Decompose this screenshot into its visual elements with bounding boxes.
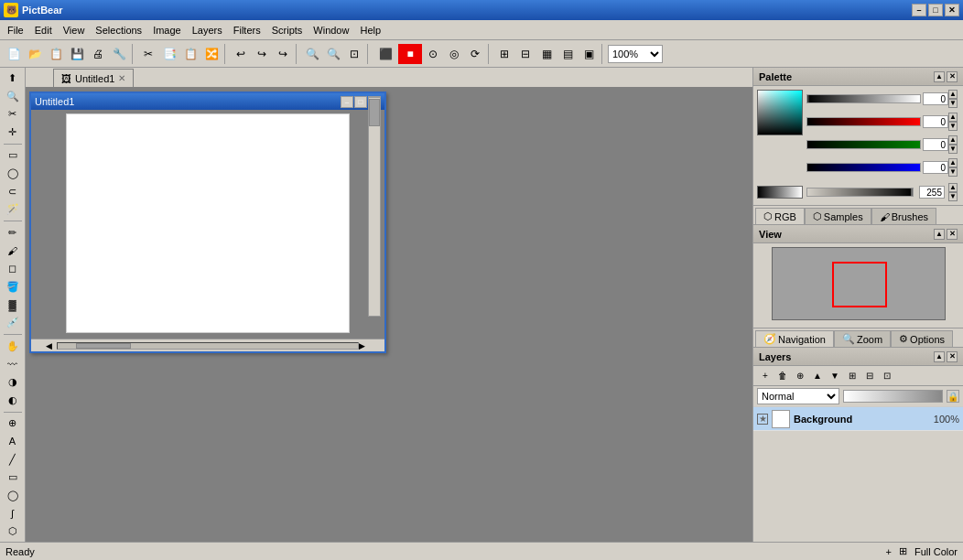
- green-up-arrow[interactable]: ▲: [948, 135, 958, 145]
- layer-item-background[interactable]: ★ Background 100%: [753, 407, 963, 431]
- tool-gradient[interactable]: ▓: [3, 296, 23, 314]
- color-spectrum-area[interactable]: [757, 90, 803, 135]
- minimize-button[interactable]: –: [912, 4, 926, 16]
- tool-lasso[interactable]: ⊂: [3, 183, 23, 200]
- blend-mode-select[interactable]: Normal Multiply Screen Overlay: [757, 388, 839, 404]
- save-button[interactable]: 💾: [67, 44, 87, 64]
- red-input[interactable]: [923, 115, 948, 128]
- undo-button[interactable]: ↩: [231, 44, 251, 64]
- opacity-slider-track[interactable]: [843, 390, 943, 403]
- doc-maximize-btn[interactable]: □: [354, 96, 367, 108]
- green-down-arrow[interactable]: ▼: [948, 145, 958, 154]
- palette-close-btn[interactable]: ✕: [947, 71, 958, 82]
- toolbar-btn25[interactable]: ▤: [557, 44, 578, 64]
- view-collapse-btn[interactable]: ▲: [934, 229, 945, 240]
- palette-tab-samples[interactable]: ⬡ Samples: [805, 208, 871, 224]
- palette-collapse-btn[interactable]: ▲: [934, 71, 945, 82]
- tool-line[interactable]: ╱: [3, 451, 23, 468]
- tool-clone[interactable]: ⊕: [3, 415, 23, 432]
- view-tab-options[interactable]: ⚙ Options: [891, 330, 953, 347]
- move-up-btn[interactable]: ▲: [809, 368, 826, 384]
- blue-input[interactable]: [923, 161, 948, 174]
- alpha-down-arrow[interactable]: ▼: [948, 192, 958, 201]
- menu-window[interactable]: Window: [308, 23, 354, 38]
- tool-zoom[interactable]: 🔍: [3, 88, 23, 105]
- alpha-up-arrow[interactable]: ▲: [948, 183, 958, 192]
- menu-selections[interactable]: Selections: [90, 23, 147, 38]
- value-up-arrow[interactable]: ▲: [948, 90, 958, 99]
- add-layer-btn[interactable]: +: [757, 368, 774, 384]
- delete-layer-btn[interactable]: 🗑: [774, 368, 791, 384]
- tool-dodge[interactable]: ◑: [3, 373, 23, 391]
- red-up-arrow[interactable]: ▲: [948, 113, 958, 122]
- doc-scrollbar-thumb-v[interactable]: [369, 99, 380, 126]
- cut-button[interactable]: ✂: [138, 44, 158, 64]
- tool-eraser[interactable]: ◻: [3, 260, 23, 277]
- title-bar-controls[interactable]: – □ ✕: [912, 4, 959, 16]
- zoom-in-button[interactable]: 🔍: [323, 44, 343, 64]
- layer-visibility-btn[interactable]: ★: [757, 414, 768, 425]
- layers-header-controls[interactable]: ▲ ✕: [934, 351, 958, 362]
- red-down-arrow[interactable]: ▼: [948, 122, 958, 131]
- maximize-button[interactable]: □: [928, 4, 943, 16]
- tool-crop[interactable]: ✂: [3, 105, 23, 123]
- red-slider-track[interactable]: [806, 117, 921, 126]
- tool-path[interactable]: ∫: [3, 505, 23, 522]
- tool-select-ellipse[interactable]: ◯: [3, 165, 23, 182]
- document-canvas[interactable]: [66, 113, 350, 333]
- paste-button[interactable]: 📋: [180, 44, 200, 64]
- tool-ellipse-shape[interactable]: ◯: [3, 487, 23, 504]
- toolbar-btn22[interactable]: ⊞: [494, 44, 514, 64]
- scroll-left-btn[interactable]: ◀: [46, 341, 57, 350]
- layers-close-btn[interactable]: ✕: [947, 351, 958, 362]
- tool-wand[interactable]: 🪄: [3, 201, 23, 219]
- tool-pencil[interactable]: ✏: [3, 224, 23, 242]
- menu-edit[interactable]: Edit: [29, 23, 58, 38]
- alpha-slider-track[interactable]: [806, 188, 914, 197]
- view-header-controls[interactable]: ▲ ✕: [934, 229, 958, 240]
- value-down-arrow[interactable]: ▼: [948, 99, 958, 108]
- close-button[interactable]: ✕: [945, 4, 959, 16]
- menu-image[interactable]: Image: [147, 23, 187, 38]
- doc-scrollbar-track-h[interactable]: [57, 342, 359, 350]
- doc-minimize-btn[interactable]: –: [341, 96, 353, 108]
- toolbar-btn19[interactable]: ⊙: [423, 44, 443, 64]
- green-arrows[interactable]: ▲ ▼: [948, 135, 959, 154]
- palette-header-controls[interactable]: ▲ ✕: [934, 71, 958, 82]
- tab-untitled1[interactable]: 🖼 Untitled1 ✕: [53, 69, 134, 87]
- zoom-fit-button[interactable]: ⊡: [344, 44, 364, 64]
- value-input[interactable]: [923, 92, 948, 105]
- menu-scripts[interactable]: Scripts: [266, 23, 308, 38]
- tool-smudge[interactable]: 〰: [3, 356, 23, 373]
- tool-hand[interactable]: ✋: [3, 338, 23, 355]
- redo-button[interactable]: ↪: [252, 44, 272, 64]
- view-tab-zoom[interactable]: 🔍 Zoom: [834, 330, 891, 347]
- print-button[interactable]: 🖨: [88, 44, 108, 64]
- duplicate-layer-btn[interactable]: ⊕: [792, 368, 808, 384]
- menu-layers[interactable]: Layers: [187, 23, 228, 38]
- green-slider-track[interactable]: [806, 140, 921, 149]
- tool-brush[interactable]: 🖌: [3, 242, 23, 260]
- tool-fill[interactable]: 🪣: [3, 278, 23, 296]
- toolbar-btn18[interactable]: ■: [398, 44, 422, 64]
- toolbar-btn21[interactable]: ⟳: [465, 44, 485, 64]
- view-tab-navigation[interactable]: 🧭 Navigation: [755, 330, 834, 347]
- tool-select-rect[interactable]: ▭: [3, 147, 23, 165]
- view-close-btn[interactable]: ✕: [947, 229, 958, 240]
- toolbar-btn6[interactable]: 🔧: [109, 44, 129, 64]
- zoom-select[interactable]: 100% 50% 200%: [608, 45, 663, 63]
- toolbar-btn23[interactable]: ⊟: [515, 44, 536, 64]
- tool-eyedropper[interactable]: 💉: [3, 314, 23, 331]
- toolbar-btn17[interactable]: ⬛: [373, 44, 397, 64]
- toolbar-btn3[interactable]: 📋: [46, 44, 66, 64]
- palette-tab-rgb[interactable]: ⬡ RGB: [755, 208, 805, 224]
- flatten-btn[interactable]: ⊟: [861, 368, 878, 384]
- red-arrows[interactable]: ▲ ▼: [948, 113, 959, 131]
- tab-close-btn[interactable]: ✕: [118, 73, 125, 83]
- green-input[interactable]: [923, 138, 948, 151]
- move-down-btn[interactable]: ▼: [827, 368, 843, 384]
- blue-arrows[interactable]: ▲ ▼: [948, 158, 959, 177]
- opacity-lock-btn[interactable]: 🔒: [947, 390, 959, 403]
- palette-tab-brushes[interactable]: 🖌 Brushes: [871, 208, 936, 224]
- value-slider-track[interactable]: [806, 94, 921, 103]
